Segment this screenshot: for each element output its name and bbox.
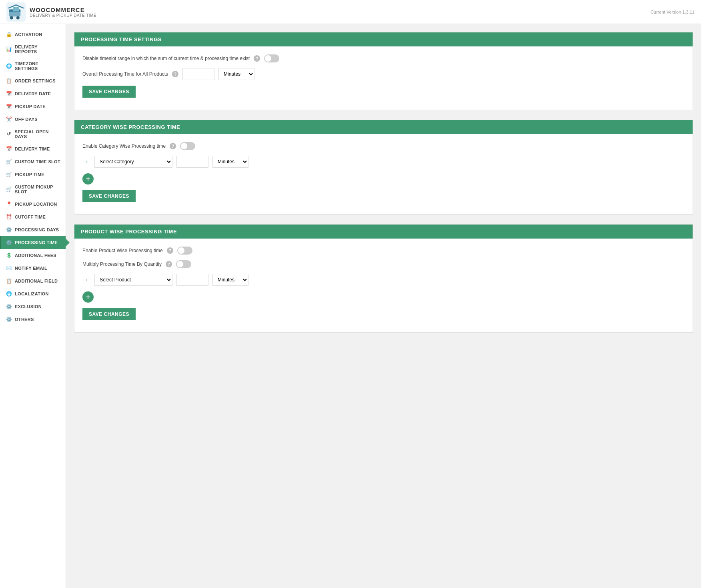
sidebar-item-timezone-settings[interactable]: 🌐 TIMEZONE SETTINGS [0,58,66,74]
disable-timeslot-label: Disable timeslot range in which the sum … [82,56,250,61]
category-save-button[interactable]: SAVE CHANGES [82,190,136,202]
sidebar-label: OFF DAYS [15,117,38,122]
sidebar-item-cutoff-time[interactable]: ⏰ CUTOFF TIME [0,211,66,223]
product-add-button[interactable]: + [82,291,94,303]
category-wise-body: Enable Category Wise Processing time ? →… [74,134,693,214]
sidebar-item-pickup-date[interactable]: 📅 PICKUP DATE [0,100,66,113]
enable-category-wise-slider [180,142,195,150]
sidebar-label: SPECIAL OPEN DAYS [15,129,61,139]
category-select-row: → Select Category Minutes Hours Days [82,156,685,168]
sidebar-item-delivery-date[interactable]: 📅 DELIVERY DATE [0,87,66,100]
multiply-quantity-row: Multiply Processing Time By Quantity ? [82,260,685,268]
logo-text: WOOCOMMERCE DELIVERY & PICKUP DATE TIME [30,6,96,18]
product-wise-card: PRODUCT WISE PROCESSING TIME Enable Prod… [74,224,693,333]
logo-icon [6,2,26,22]
processing-time-settings-card: PROCESSING TIME SETTINGS Disable timeslo… [74,32,693,110]
category-add-row: + [82,173,685,185]
logo-title: WOOCOMMERCE [30,6,96,13]
processing-time-save-button[interactable]: SAVE CHANGES [82,86,136,98]
globe-icon: 🌐 [6,63,12,69]
product-select[interactable]: Select Product [94,274,172,286]
sidebar-label: CUTOFF TIME [15,215,46,219]
svg-rect-5 [13,7,19,11]
sidebar-item-custom-pickup-slot[interactable]: 🛒 CUSTOM PICKUP SLOT [0,181,66,198]
cart-icon: 🛒 [6,159,12,165]
sidebar-label: NOTIFY EMAIL [15,266,47,271]
product-save-button[interactable]: SAVE CHANGES [82,308,136,320]
multiply-quantity-toggle[interactable] [176,260,191,268]
sidebar-label: PICKUP TIME [15,172,44,177]
overall-processing-input[interactable] [182,68,214,80]
sidebar-item-order-settings[interactable]: 📋 ORDER SETTINGS [0,74,66,87]
sidebar: 🔒 ACTIVATION 📊 DELIVERY REPORTS 🌐 TIMEZO… [0,24,66,588]
enable-product-wise-toggle[interactable] [177,247,192,255]
enable-product-wise-help-icon: ? [167,247,173,254]
sidebar-item-processing-days[interactable]: ⚙️ PROCESSING DAYS [0,223,66,236]
refresh-icon: ↺ [6,131,12,137]
sidebar-item-others[interactable]: ⚙️ OTHERS [0,313,66,326]
scissors-icon: ✂️ [6,116,12,122]
disable-timeslot-toggle[interactable] [264,54,279,62]
product-save-row: SAVE CHANGES [82,308,685,320]
cart2-icon: 🛒 [6,172,12,177]
calendar3-icon: 📅 [6,146,12,152]
product-processing-time-input[interactable] [176,274,208,286]
overall-processing-label: Overall Processing Time for All Products [82,71,168,77]
sidebar-label: ADDITIONAL FEES [15,253,56,258]
calendar-icon: 📅 [6,91,12,96]
sidebar-item-notify-email[interactable]: ✉️ NOTIFY EMAIL [0,262,66,275]
main-content: PROCESSING TIME SETTINGS Disable timeslo… [66,24,701,588]
sidebar-label: LOCALIZATION [15,291,49,296]
product-wise-body: Enable Product Wise Processing time ? Mu… [74,239,693,332]
category-unit-select[interactable]: Minutes Hours Days [212,156,248,168]
sidebar-label: PROCESSING DAYS [15,227,59,232]
top-bar: WOOCOMMERCE DELIVERY & PICKUP DATE TIME … [0,0,701,24]
main-layout: 🔒 ACTIVATION 📊 DELIVERY REPORTS 🌐 TIMEZO… [0,24,701,588]
multiply-quantity-help-icon: ? [166,261,172,267]
sidebar-label: EXCLUSION [15,304,42,309]
cart3-icon: 🛒 [6,187,12,192]
sidebar-label: PICKUP LOCATION [15,202,57,207]
category-add-button[interactable]: + [82,173,94,185]
sidebar-label: PICKUP DATE [15,104,46,109]
processing-time-save-row: SAVE CHANGES [82,86,685,98]
enable-category-wise-row: Enable Category Wise Processing time ? [82,142,685,150]
sidebar-item-activation[interactable]: 🔒 ACTIVATION [0,28,66,41]
sidebar-item-processing-time[interactable]: ⚙️ PROCESSING TIME [0,236,66,249]
sidebar-label: CUSTOM PICKUP SLOT [15,185,61,194]
sidebar-item-additional-field[interactable]: 📋 ADDITIONAL FIELD [0,275,66,287]
gear-icon: ⚙️ [6,227,12,233]
sidebar-item-delivery-reports[interactable]: 📊 DELIVERY REPORTS [0,41,66,58]
sidebar-item-additional-fees[interactable]: 💲 ADDITIONAL FEES [0,249,66,262]
gear2-icon: ⚙️ [6,240,12,245]
sidebar-item-special-open-days[interactable]: ↺ SPECIAL OPEN DAYS [0,126,66,142]
enable-category-wise-toggle[interactable] [180,142,195,150]
enable-category-wise-label: Enable Category Wise Processing time [82,143,166,149]
version-text: Current Version 1.3.11 [651,10,695,14]
category-select[interactable]: Select Category [94,156,172,168]
sidebar-item-exclusion[interactable]: ⚙️ EXCLUSION [0,300,66,313]
sidebar-item-off-days[interactable]: ✂️ OFF DAYS [0,113,66,126]
product-unit-select[interactable]: Minutes Hours Days [212,274,248,286]
clipboard-icon: 📋 [6,78,12,84]
app-wrapper: WOOCOMMERCE DELIVERY & PICKUP DATE TIME … [0,0,701,588]
sidebar-label: DELIVERY TIME [15,146,50,151]
multiply-quantity-slider [176,260,191,268]
chart-icon: 📊 [6,46,12,52]
enable-category-wise-help-icon: ? [170,143,176,149]
product-wise-header: PRODUCT WISE PROCESSING TIME [74,225,693,239]
sidebar-label: DELIVERY REPORTS [15,44,61,54]
sidebar-item-pickup-time[interactable]: 🛒 PICKUP TIME [0,168,66,181]
sidebar-label: ACTIVATION [15,32,42,37]
pin-icon: 📍 [6,201,12,207]
overall-processing-unit-select[interactable]: Minutes Hours Days [218,68,254,80]
overall-processing-help-icon: ? [172,71,178,77]
category-processing-time-input[interactable] [176,156,208,168]
sidebar-label: TIMEZONE SETTINGS [15,61,61,71]
excl-icon: ⚙️ [6,304,12,309]
sidebar-item-custom-time-slot[interactable]: 🛒 CUSTOM TIME SLOT [0,155,66,168]
sidebar-item-localization[interactable]: 🌐 LOCALIZATION [0,287,66,300]
sidebar-item-pickup-location[interactable]: 📍 PICKUP LOCATION [0,198,66,211]
sidebar-item-delivery-time[interactable]: 📅 DELIVERY TIME [0,142,66,155]
enable-product-wise-row: Enable Product Wise Processing time ? [82,247,685,255]
